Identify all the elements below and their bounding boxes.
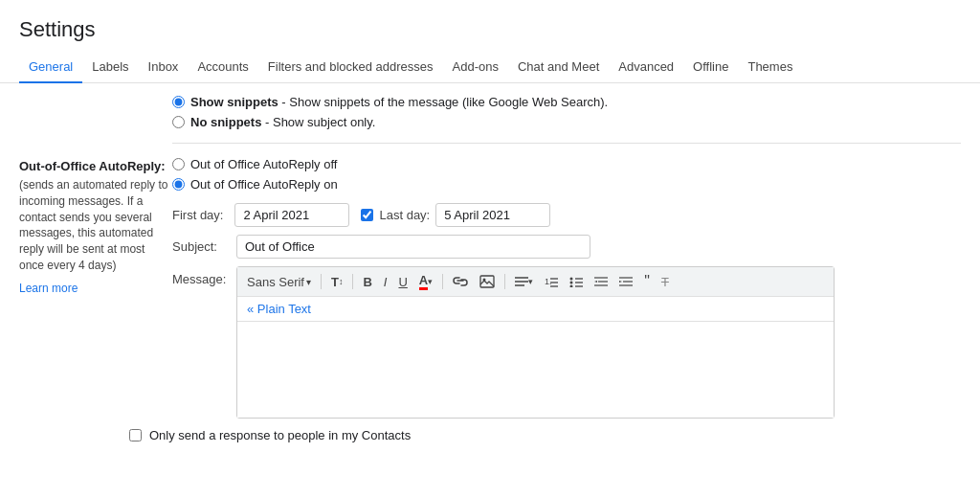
tab-labels[interactable]: Labels xyxy=(82,52,138,83)
indent-decrease-icon xyxy=(594,276,608,287)
tab-inbox[interactable]: Inbox xyxy=(139,52,189,83)
tab-accounts[interactable]: Accounts xyxy=(188,52,257,83)
no-snippets-row: No snippets - Show subject only. xyxy=(172,115,608,129)
autoreply-off-row: Out of Office AutoReply off xyxy=(172,157,961,171)
message-row: Message: Sans Serif ▾ T↕ B xyxy=(172,266,961,419)
message-editor: Sans Serif ▾ T↕ B I U xyxy=(236,266,835,419)
message-area[interactable] xyxy=(237,322,834,418)
last-day-label: Last day: xyxy=(379,208,430,222)
autoreply-off-label: Out of Office AutoReply off xyxy=(190,157,337,171)
font-chevron-icon: ▾ xyxy=(306,277,311,287)
svg-rect-0 xyxy=(480,276,494,287)
editor-toolbar: Sans Serif ▾ T↕ B I U xyxy=(237,267,834,297)
settings-content: Show snippets - Show snippets of the mes… xyxy=(0,83,980,454)
toolbar-sep-2 xyxy=(352,274,353,289)
snippets-section: Show snippets - Show snippets of the mes… xyxy=(172,95,961,144)
subject-label: Subject: xyxy=(172,239,225,254)
underline-button[interactable]: U xyxy=(394,273,411,291)
tab-chat[interactable]: Chat and Meet xyxy=(508,52,609,83)
show-snippets-label: Show snippets - Show snippets of the mes… xyxy=(190,95,608,109)
last-day-checkbox[interactable] xyxy=(361,209,373,221)
contacts-only-label: Only send a response to people in my Con… xyxy=(149,428,411,442)
snippets-options: Show snippets - Show snippets of the mes… xyxy=(172,95,608,129)
align-icon xyxy=(515,276,528,287)
image-button[interactable] xyxy=(476,273,499,290)
last-day-input[interactable] xyxy=(435,203,550,227)
first-day-input[interactable] xyxy=(234,203,349,227)
italic-button[interactable]: I xyxy=(380,273,391,291)
autoreply-title: Out-of-Office AutoReply: xyxy=(19,159,172,173)
bold-button[interactable]: B xyxy=(359,273,375,291)
remove-format-button[interactable]: T xyxy=(657,273,673,291)
link-icon xyxy=(453,276,468,287)
message-label: Message: xyxy=(172,266,225,286)
lastday-group: Last day: xyxy=(361,203,550,227)
font-selector[interactable]: Sans Serif ▾ xyxy=(243,273,315,291)
subject-input[interactable] xyxy=(236,235,590,259)
image-icon xyxy=(479,275,495,288)
autoreply-on-row: Out of Office AutoReply on xyxy=(172,177,961,192)
plain-text-link[interactable]: « Plain Text xyxy=(237,297,834,322)
no-snippets-label: No snippets - Show subject only. xyxy=(190,115,375,129)
contacts-only-checkbox[interactable] xyxy=(129,429,142,441)
ul-icon xyxy=(569,276,583,287)
quote-button[interactable]: " xyxy=(640,272,654,291)
toolbar-sep-4 xyxy=(504,274,505,289)
ordered-list-button[interactable]: 1. xyxy=(541,274,562,289)
learn-more-link[interactable]: Learn more xyxy=(19,282,172,295)
font-name: Sans Serif xyxy=(247,275,304,289)
autoreply-on-label: Out of Office AutoReply on xyxy=(190,177,338,192)
tab-general[interactable]: General xyxy=(19,52,82,83)
tab-addons[interactable]: Add-ons xyxy=(443,52,508,83)
show-snippets-radio[interactable] xyxy=(172,96,185,108)
link-button[interactable] xyxy=(449,274,472,289)
indent-increase-button[interactable] xyxy=(615,274,636,289)
autoreply-radio-group: Out of Office AutoReply off Out of Offic… xyxy=(172,157,961,192)
indent-increase-icon xyxy=(619,276,633,287)
unordered-list-button[interactable] xyxy=(566,274,587,289)
page-title: Settings xyxy=(0,0,980,52)
no-snippets-radio[interactable] xyxy=(172,116,185,128)
toolbar-sep-1 xyxy=(321,274,322,289)
svg-point-9 xyxy=(570,278,573,281)
autoreply-left: Out-of-Office AutoReply: (sends an autom… xyxy=(19,157,172,295)
show-snippets-row: Show snippets - Show snippets of the mes… xyxy=(172,95,608,109)
indent-decrease-button[interactable] xyxy=(590,274,612,289)
subject-row: Subject: xyxy=(172,235,961,259)
toolbar-sep-3 xyxy=(442,274,443,289)
autoreply-off-radio[interactable] xyxy=(172,158,185,170)
svg-point-11 xyxy=(570,285,573,288)
tabs-nav: General Labels Inbox Accounts Filters an… xyxy=(0,52,980,83)
first-day-label: First day: xyxy=(172,208,223,222)
date-row: First day: Last day: xyxy=(172,203,961,227)
contacts-row: Only send a response to people in my Con… xyxy=(19,419,961,442)
autoreply-section: Out-of-Office AutoReply: (sends an autom… xyxy=(19,144,961,419)
svg-point-10 xyxy=(570,282,573,284)
ol-icon: 1. xyxy=(545,276,558,287)
text-size-button[interactable]: T↕ xyxy=(327,273,346,291)
tab-advanced[interactable]: Advanced xyxy=(609,52,683,83)
tab-filters[interactable]: Filters and blocked addresses xyxy=(258,52,443,83)
tab-offline[interactable]: Offline xyxy=(683,52,738,83)
autoreply-right: Out of Office AutoReply off Out of Offic… xyxy=(172,157,961,419)
text-color-button[interactable]: A ▾ xyxy=(415,271,436,292)
tab-themes[interactable]: Themes xyxy=(738,52,802,83)
autoreply-desc: (sends an automated reply to incoming me… xyxy=(19,177,172,274)
autoreply-on-radio[interactable] xyxy=(172,178,185,191)
align-button[interactable]: ▾ xyxy=(511,274,537,289)
